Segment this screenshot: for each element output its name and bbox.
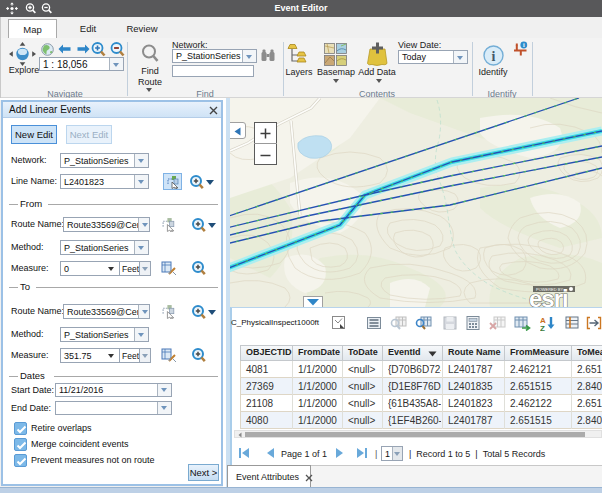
- svg-text:esri: esri: [529, 285, 568, 308]
- svg-text:i: i: [492, 49, 496, 64]
- svg-text:Z: Z: [540, 324, 545, 332]
